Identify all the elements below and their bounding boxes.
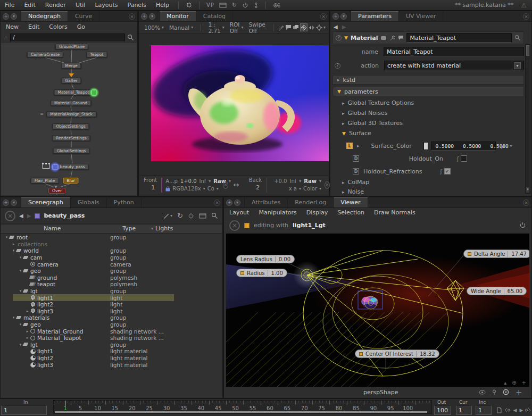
search-icon[interactable] xyxy=(211,212,218,219)
scenegraph-row-light3[interactable]: light3light material xyxy=(1,361,222,368)
node-merge[interactable]: Merge xyxy=(61,63,81,69)
render-settings-icon[interactable] xyxy=(273,2,280,9)
scenegraph-columns-header[interactable]: Name Type ▾ Lights xyxy=(1,225,222,234)
global-texture-options-section[interactable]: ▸Global Texture Options xyxy=(342,99,414,106)
wrench-icon[interactable] xyxy=(389,35,395,41)
pane-split-icon[interactable]: + xyxy=(3,199,9,206)
tab-python[interactable]: Python xyxy=(107,197,142,207)
increment-input[interactable] xyxy=(476,405,492,415)
scrollbar-thumb[interactable] xyxy=(526,45,529,56)
node-globalsettings[interactable]: GlobalSettings xyxy=(53,148,90,154)
in-frame-input[interactable] xyxy=(1,405,47,415)
power-icon[interactable] xyxy=(188,213,194,219)
tab-scenegraph[interactable]: Scenegraph xyxy=(21,197,71,207)
scenegraph-row-collections[interactable]: ▸collections xyxy=(1,241,222,248)
swap-buffers-icon[interactable]: ↔ xyxy=(234,181,239,189)
scenegraph-row-light2[interactable]: light2light material xyxy=(1,355,222,362)
close-icon[interactable]: × xyxy=(523,199,529,206)
ratio-dropdown[interactable]: 1 : 2.71▾ xyxy=(206,21,226,34)
scenegraph-row-material_ground[interactable]: ▸Material_Groundshading network ... xyxy=(1,328,222,335)
scenegraph-row-material_teapot[interactable]: ▸Material_Teapotshading network ... xyxy=(1,335,222,342)
frame-ruler[interactable]: 1 51015202530354045505560657075808590951… xyxy=(53,400,432,414)
pane-split-icon[interactable]: + xyxy=(3,13,9,20)
update-mode-dropdown[interactable]: Manual▾ xyxy=(167,24,195,31)
expander-icon[interactable]: ▸ xyxy=(11,242,16,246)
global-noises-section[interactable]: ▸Global Noises xyxy=(342,110,387,117)
parameters-scrollbar[interactable]: ▾ xyxy=(525,44,530,194)
global-3d-textures-section[interactable]: ▸Global 3D Textures xyxy=(342,120,403,127)
scroll-down-icon[interactable]: ▾ xyxy=(526,187,529,193)
tab-curve[interactable]: Curve xyxy=(68,11,99,21)
color-swatch[interactable] xyxy=(423,142,428,150)
viewport-3d[interactable]: Lens Radius0.00Radius1.00Delta Angle17.4… xyxy=(226,234,529,388)
pill-lens-radius[interactable]: Lens Radius0.00 xyxy=(236,255,295,263)
zoom-dropdown[interactable]: 100%▾ xyxy=(142,24,166,31)
node-search-input[interactable] xyxy=(10,34,125,42)
pan-tool-icon[interactable] xyxy=(300,23,307,31)
pane-menu-icon[interactable]: ▾ xyxy=(11,13,17,20)
tab-viewer[interactable]: Viewer xyxy=(334,197,368,207)
tab-nodegraph[interactable]: Nodegraph xyxy=(21,11,68,21)
local-badge[interactable]: L xyxy=(346,143,353,149)
menu-item-layouts[interactable]: Layouts xyxy=(90,0,122,10)
holdout-refractions-checkbox[interactable]: ✓ xyxy=(444,168,451,174)
pane-menu-icon[interactable]: ▾ xyxy=(149,13,155,20)
expander-icon[interactable]: ▸ xyxy=(25,336,30,340)
power-icon[interactable] xyxy=(519,222,526,229)
surface-section[interactable]: ▼Surface xyxy=(342,130,371,137)
annotate-pen-icon[interactable] xyxy=(278,23,284,31)
search-icon[interactable] xyxy=(127,34,134,41)
refresh-icon[interactable]: ↻ xyxy=(232,2,237,9)
menu-item-display[interactable]: Display xyxy=(302,207,332,218)
clear-editing-icon[interactable]: × xyxy=(229,220,240,231)
current-frame-input[interactable] xyxy=(456,405,472,415)
tab-parameters[interactable]: Parameters xyxy=(351,11,399,21)
add-icon[interactable]: + xyxy=(516,388,522,396)
gear-icon[interactable] xyxy=(186,2,193,9)
menu-item-panels[interactable]: Panels xyxy=(123,0,151,10)
warning-icon[interactable]: ⚠ xyxy=(521,2,527,9)
kstd-section-header[interactable]: ▸ kstd xyxy=(332,75,524,85)
node-groundplane[interactable]: GroundPlane xyxy=(55,44,88,49)
expander-icon[interactable]: ▾ xyxy=(11,315,16,320)
node-graph-canvas[interactable]: GroundPlaneCameraCreateTeapotMergeGaffer… xyxy=(1,43,137,195)
menu-item-help[interactable]: Help xyxy=(151,0,174,10)
menu-item-util[interactable]: Util xyxy=(71,0,90,10)
tab-monitor[interactable]: Monitor xyxy=(160,11,196,21)
render-monitor-icon[interactable] xyxy=(219,2,227,8)
menu-item-layout[interactable]: Layout xyxy=(225,207,253,218)
expander-icon[interactable]: ▸ xyxy=(25,309,30,313)
help-icon[interactable]: ? xyxy=(336,35,342,41)
chevron-down-icon[interactable]: ▾ xyxy=(510,144,512,148)
pane-split-icon[interactable]: + xyxy=(226,199,232,206)
menu-item-new[interactable]: New xyxy=(2,22,23,32)
light-pin-icon[interactable] xyxy=(492,389,496,395)
menu-item-manipulators[interactable]: Manipulators xyxy=(254,207,301,218)
scenegraph-row-lgt[interactable]: ▾lgtgroup xyxy=(1,342,222,348)
pane-menu-icon[interactable]: ▾ xyxy=(11,199,17,206)
swipe-toggle[interactable]: Swipe Off xyxy=(246,21,267,34)
scenegraph-row-geo[interactable]: ▾geogroup xyxy=(1,321,222,328)
node-blur[interactable]: Blur xyxy=(63,178,78,184)
node-over[interactable]: Over xyxy=(48,188,65,194)
lights-column-header[interactable]: ▾ Lights xyxy=(151,225,173,232)
default-badge[interactable]: D xyxy=(353,168,359,174)
scenegraph-row-light1[interactable]: light1light xyxy=(1,294,222,301)
node-gaffer[interactable]: Gaffer xyxy=(61,78,81,84)
render-image[interactable] xyxy=(151,45,329,161)
close-icon[interactable]: × xyxy=(129,13,135,20)
history-back-icon[interactable]: ◀ xyxy=(334,24,338,30)
next-keyframe-icon[interactable] xyxy=(523,406,532,414)
expander-icon[interactable]: ▸ xyxy=(25,329,30,334)
power-icon[interactable] xyxy=(242,2,248,9)
clear-back-icon[interactable]: × xyxy=(325,181,330,189)
name-value-input[interactable] xyxy=(384,47,524,56)
viewport-corner-tools[interactable]: ▴⊕+ xyxy=(504,380,526,386)
menu-item-go[interactable]: Go xyxy=(73,22,89,32)
default-badge[interactable]: D xyxy=(353,155,359,162)
front-buffer-thumbnail[interactable] xyxy=(161,178,162,193)
scenegraph-row-camera[interactable]: cameracamera xyxy=(1,261,222,268)
close-icon[interactable]: × xyxy=(320,13,327,20)
node-flair_plate[interactable]: Flair_Plate xyxy=(31,178,59,184)
colmap-section[interactable]: ▸ColMap xyxy=(342,179,369,186)
